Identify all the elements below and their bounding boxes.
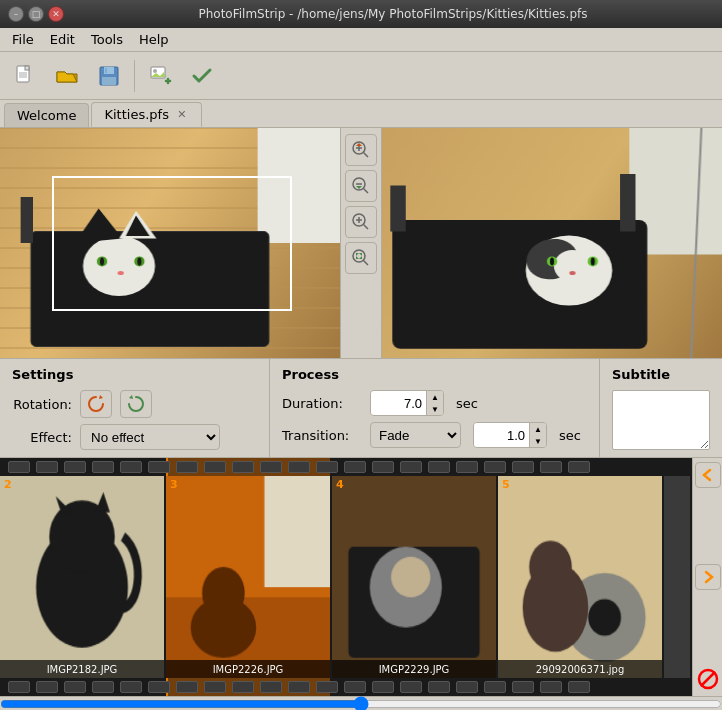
- settings-title: Settings: [12, 367, 257, 382]
- new-button[interactable]: [6, 57, 44, 95]
- toolbar: [0, 52, 722, 100]
- transition-down-button[interactable]: ▼: [530, 435, 546, 447]
- zoom-in-button[interactable]: [345, 134, 377, 166]
- duration-spinbox-buttons: ▲ ▼: [426, 391, 443, 415]
- rotate-cw-button[interactable]: [120, 390, 152, 418]
- film-item-5[interactable]: [664, 458, 692, 696]
- film-item-3[interactable]: 4 IMGP2229.JPG: [332, 458, 498, 696]
- menu-bar: File Edit Tools Help: [0, 28, 722, 52]
- window-controls: – □ ✕: [8, 6, 64, 22]
- rotate-ccw-button[interactable]: [80, 390, 112, 418]
- svg-line-21: [364, 225, 369, 230]
- film-image-2: [166, 476, 330, 678]
- duration-label: Duration:: [282, 396, 362, 411]
- film-label-3: IMGP2229.JPG: [332, 660, 496, 678]
- film-item-num-1: 2: [4, 478, 12, 491]
- film-label-4: 29092006371.jpg: [498, 660, 662, 678]
- filmstrip-next-button[interactable]: [695, 564, 721, 590]
- transition-duration-spinbox[interactable]: ▲ ▼: [473, 422, 547, 448]
- tab-welcome[interactable]: Welcome: [4, 103, 89, 127]
- film-item-num-4: 5: [502, 478, 510, 491]
- tab-kitties[interactable]: Kitties.pfs ✕: [91, 102, 201, 127]
- svg-point-10: [153, 69, 157, 73]
- film-item-num-3: 4: [336, 478, 344, 491]
- filmstrip-nav: [692, 458, 722, 696]
- film-item-2[interactable]: 3 IMGP2226.JPG: [166, 458, 332, 696]
- filmstrip-prev-button[interactable]: [695, 462, 721, 488]
- film-image-1: [0, 476, 164, 678]
- toolbar-separator-1: [134, 60, 135, 92]
- tab-kitties-label: Kitties.pfs: [104, 107, 168, 122]
- svg-point-24: [353, 250, 365, 262]
- save-button[interactable]: [90, 57, 128, 95]
- minimize-button[interactable]: –: [8, 6, 24, 22]
- svg-rect-1: [25, 66, 29, 70]
- menu-tools[interactable]: Tools: [83, 30, 131, 49]
- filmstrip-container: 2 IMGP2182.JPG 3 IMGP2226.JPG 4 IMGP2229…: [0, 458, 722, 696]
- delete-button[interactable]: [695, 666, 721, 692]
- process-title: Process: [282, 367, 587, 382]
- effect-select-wrapper[interactable]: No effect Ken Burns: [80, 424, 220, 450]
- filmstrip-scrollbar[interactable]: [0, 696, 722, 710]
- menu-help[interactable]: Help: [131, 30, 177, 49]
- move-up-button[interactable]: [345, 206, 377, 238]
- svg-line-27: [701, 672, 715, 686]
- transition-spinbox-buttons: ▲ ▼: [529, 423, 546, 447]
- svg-line-25: [364, 261, 369, 266]
- left-preview-image: [0, 128, 340, 358]
- maximize-button[interactable]: □: [28, 6, 44, 22]
- duration-row: Duration: ▲ ▼ sec: [282, 390, 587, 416]
- subtitle-section: Subtitle: [600, 359, 722, 457]
- open-button[interactable]: [48, 57, 86, 95]
- rotation-row: Rotation:: [12, 390, 257, 418]
- zoom-out-button[interactable]: [345, 170, 377, 202]
- fit-button[interactable]: [345, 242, 377, 274]
- effect-select[interactable]: No effect Ken Burns: [80, 424, 220, 450]
- tab-bar: Welcome Kitties.pfs ✕: [0, 100, 722, 128]
- close-button[interactable]: ✕: [48, 6, 64, 22]
- film-item-1[interactable]: 2 IMGP2182.JPG: [0, 458, 166, 696]
- right-preview[interactable]: [382, 128, 722, 358]
- side-toolbar: [340, 128, 382, 358]
- duration-input[interactable]: [371, 391, 426, 415]
- subtitle-title: Subtitle: [612, 367, 710, 382]
- duration-spinbox[interactable]: ▲ ▼: [370, 390, 444, 416]
- left-preview[interactable]: [0, 128, 340, 358]
- film-image-5: [664, 476, 690, 678]
- duration-unit: sec: [456, 396, 478, 411]
- main-content: Settings Rotation: Effect:: [0, 128, 722, 710]
- menu-file[interactable]: File: [4, 30, 42, 49]
- film-item-4[interactable]: 5 29092006371.jpg: [498, 458, 664, 696]
- title-bar: – □ ✕ PhotoFilmStrip - /home/jens/My Pho…: [0, 0, 722, 28]
- transition-duration-input[interactable]: [474, 423, 529, 447]
- subtitle-input[interactable]: [612, 390, 710, 450]
- window-title: PhotoFilmStrip - /home/jens/My PhotoFilm…: [72, 7, 714, 21]
- menu-edit[interactable]: Edit: [42, 30, 83, 49]
- transition-up-button[interactable]: ▲: [530, 423, 546, 435]
- svg-rect-8: [102, 77, 116, 85]
- film-image-3: [332, 476, 496, 678]
- effect-label: Effect:: [12, 430, 72, 445]
- transition-label: Transition:: [282, 428, 362, 443]
- film-image-4: [498, 476, 662, 678]
- effect-row: Effect: No effect Ken Burns: [12, 424, 257, 450]
- duration-up-button[interactable]: ▲: [427, 391, 443, 403]
- render-button[interactable]: [183, 57, 221, 95]
- tab-welcome-label: Welcome: [17, 108, 76, 123]
- filmstrip: 2 IMGP2182.JPG 3 IMGP2226.JPG 4 IMGP2229…: [0, 458, 722, 696]
- transition-unit: sec: [559, 428, 581, 443]
- tab-close-icon[interactable]: ✕: [175, 108, 189, 122]
- svg-line-18: [364, 189, 369, 194]
- process-section: Process Duration: ▲ ▼ sec Transition: No…: [270, 359, 600, 457]
- filmstrip-scroll-input[interactable]: [0, 697, 722, 710]
- rotation-label: Rotation:: [12, 397, 72, 412]
- film-label-2: IMGP2226.JPG: [166, 660, 330, 678]
- film-label-1: IMGP2182.JPG: [0, 660, 164, 678]
- settings-panel: Settings Rotation: Effect:: [0, 358, 722, 458]
- film-item-num-2: 3: [170, 478, 178, 491]
- transition-select[interactable]: None Fade Crossfade: [370, 422, 461, 448]
- add-image-button[interactable]: [141, 57, 179, 95]
- svg-rect-7: [105, 68, 107, 73]
- duration-down-button[interactable]: ▼: [427, 403, 443, 415]
- preview-area: [0, 128, 722, 358]
